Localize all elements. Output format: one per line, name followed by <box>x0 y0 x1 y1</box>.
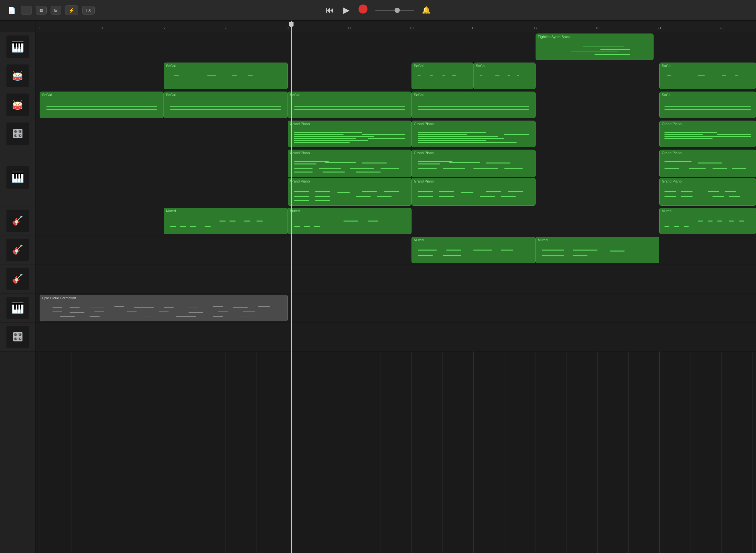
playhead-head <box>289 22 294 28</box>
clip-label: Grand Piano <box>660 178 756 184</box>
arrangement-area: 1 3 5 7 9 11 13 15 17 19 21 23 <box>35 21 756 553</box>
clip-label: Epic Cloud Formation <box>40 295 287 301</box>
volume-knob[interactable] <box>395 8 400 13</box>
clip-label: SoCal <box>164 63 287 68</box>
clip-socal-drums2-4[interactable]: SoCal <box>411 92 536 118</box>
clip-grandpiano2-bot-3[interactable]: Grand Piano <box>659 178 756 206</box>
volume-slider[interactable] <box>375 10 414 11</box>
layout-grid-button[interactable]: ⊞ <box>51 6 61 14</box>
track-header-drums2[interactable]: 🥁 <box>0 90 35 119</box>
clip-socal-drums1-2[interactable]: SoCal <box>411 63 473 89</box>
tracks-container: Eighties Synth Brass SoCal <box>35 32 756 553</box>
clip-label: Muted <box>536 237 659 242</box>
clip-socal-drums2-3[interactable]: SoCal <box>288 92 412 118</box>
clip-socal-drums2-2[interactable]: SoCal <box>164 92 288 118</box>
clip-label: Muted <box>412 237 535 242</box>
clip-notes <box>164 68 287 86</box>
clip-notes <box>660 97 756 115</box>
clip-label: Muted <box>164 208 287 214</box>
track-row-bass3: Mu... <box>35 264 756 294</box>
clip-label: Muted <box>288 208 411 214</box>
file-button[interactable]: 📄 <box>6 5 17 15</box>
track-header-bass3[interactable]: 🎸 <box>0 264 35 294</box>
rewind-button[interactable]: ⏮ <box>324 4 336 16</box>
clip-label: SoCal <box>474 63 535 68</box>
clip-label: Grand Piano <box>412 178 535 184</box>
clip-muted-bass1-1[interactable]: Muted <box>164 208 288 234</box>
clip-label: Grand Piano <box>660 121 756 127</box>
clip-label: Grand Piano <box>288 178 411 184</box>
ruler-spacer <box>0 21 35 32</box>
metronome-button[interactable]: 🔔 <box>420 5 432 16</box>
track-header-synth1[interactable]: 🎛️ <box>0 119 35 148</box>
clip-label: SoCal <box>40 92 163 97</box>
track-header-drums1[interactable]: 🥁 <box>0 61 35 90</box>
clip-notes <box>164 214 287 231</box>
clip-notes <box>288 184 411 202</box>
main-area: 🎹 🥁 🥁 🎛️ 🎹 🎸 🎸 🎸 🎹 <box>0 21 756 553</box>
clip-grandpiano2-top-2[interactable]: Grand Piano <box>411 150 536 177</box>
clip-eighties-synth-brass[interactable]: Eighties Synth Brass <box>536 33 654 60</box>
clip-notes <box>288 155 411 173</box>
clip-notes <box>288 127 411 144</box>
clip-epic-cloud[interactable]: Epic Cloud Formation <box>39 295 287 321</box>
clip-socal-drums1-1[interactable]: SoCal <box>164 63 288 89</box>
clip-label: SoCal <box>660 92 756 97</box>
clip-notes <box>474 68 535 86</box>
clip-grandpiano2-bot-2[interactable]: Grand Piano <box>411 178 536 206</box>
clip-socal-drums1-3[interactable]: SoCal <box>473 63 535 89</box>
clip-socal-drums2-5[interactable]: SoCal <box>659 92 756 118</box>
clip-grandpiano-synth-2[interactable]: Grand Piano <box>411 121 536 147</box>
clip-grandpiano2-top-3[interactable]: Grand Piano <box>659 150 756 177</box>
clip-notes <box>536 40 654 57</box>
clip-notes <box>536 242 659 260</box>
clip-muted-bass1-2[interactable]: Muted <box>288 208 412 234</box>
layout-piano-button[interactable]: ▦ <box>36 6 47 14</box>
clip-muted-bass1-3[interactable]: Muted <box>659 208 756 234</box>
track-row-piano2: Grand Piano <box>35 148 756 206</box>
ruler-mark-13: 13 <box>409 26 413 30</box>
ruler-mark-23: 23 <box>720 26 724 30</box>
clip-label: SoCal <box>412 63 473 68</box>
clip-label: Grand Piano <box>288 150 411 155</box>
clip-notes <box>40 301 287 318</box>
clip-notes <box>660 68 756 86</box>
play-button[interactable]: ▶ <box>342 4 351 16</box>
clip-notes <box>288 97 411 115</box>
fx-button[interactable]: FX <box>82 6 95 14</box>
instrument-icon-drums2: 🥁 <box>6 93 29 116</box>
clip-grandpiano-synth-3[interactable]: Grand Piano <box>659 121 756 147</box>
clip-muted-bass2-1[interactable]: Muted <box>411 237 536 263</box>
track-headers: 🎹 🥁 🥁 🎛️ 🎹 🎸 🎸 🎸 🎹 <box>0 21 35 553</box>
ruler-mark-5: 5 <box>163 26 165 30</box>
clip-label: Eighties Synth Brass <box>536 34 654 40</box>
clip-notes <box>40 97 163 115</box>
track-header-piano2[interactable]: 🎹 <box>0 148 35 206</box>
track-header-synth2[interactable]: 🎛️ <box>0 322 35 351</box>
clip-grandpiano2-top-1[interactable]: Grand Piano <box>288 150 412 177</box>
clip-notes <box>660 127 756 144</box>
clip-grandpiano-synth-1[interactable]: Grand Piano <box>288 121 412 147</box>
track-header-bass2[interactable]: 🎸 <box>0 235 35 264</box>
clip-label: Grand Piano <box>412 121 535 127</box>
clip-notes <box>660 214 756 231</box>
ruler-mark-21: 21 <box>657 26 661 30</box>
track-header-piano1[interactable]: 🎹 <box>0 32 35 61</box>
clip-label: Muted <box>660 208 756 214</box>
layout-single-button[interactable]: ▭ <box>21 6 32 14</box>
ruler: 1 3 5 7 9 11 13 15 17 19 21 23 <box>35 21 756 32</box>
mixer-button[interactable]: ⚡ <box>65 5 78 15</box>
clip-label: Grand Piano <box>288 121 411 127</box>
clip-label: SoCal <box>164 92 287 97</box>
instrument-icon-bass2: 🎸 <box>6 239 29 261</box>
clip-socal-drums2-1[interactable]: SoCal <box>39 92 164 118</box>
track-row-drums1: SoCal SoCal <box>35 61 756 90</box>
clip-socal-drums1-4[interactable]: SoCal <box>659 63 756 89</box>
clip-notes <box>412 184 535 202</box>
clip-grandpiano2-bot-1[interactable]: Grand Piano <box>288 178 412 206</box>
clip-muted-bass2-2[interactable]: Muted <box>536 237 660 263</box>
track-header-piano3[interactable]: 🎹 <box>0 294 35 322</box>
playhead-ruler <box>291 21 292 32</box>
record-button[interactable] <box>357 3 369 17</box>
track-header-bass1[interactable]: 🎸 <box>0 206 35 235</box>
